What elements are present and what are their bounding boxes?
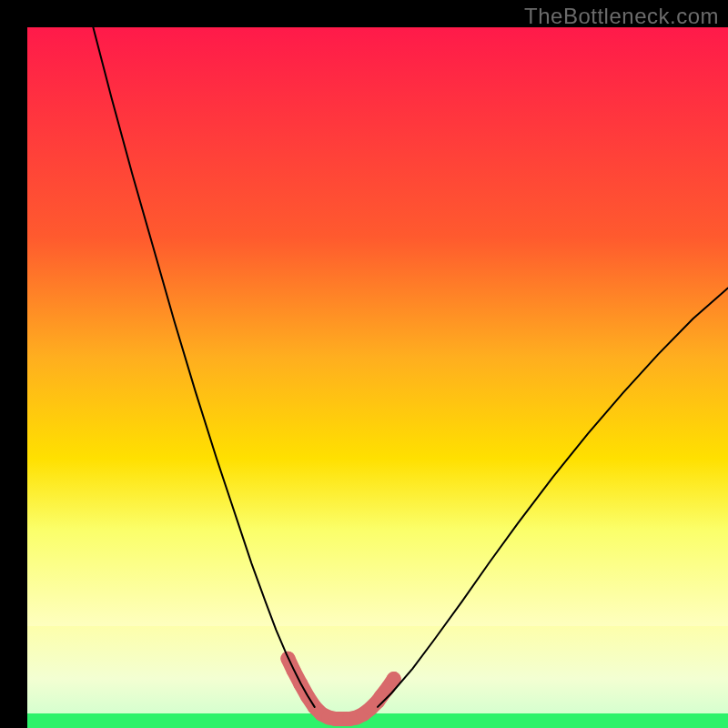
watermark-label: TheBottleneck.com — [524, 4, 719, 29]
bottleneck-chart — [0, 0, 728, 728]
green-band — [27, 713, 728, 728]
chart-frame: TheBottleneck.com — [0, 0, 728, 728]
gradient-bg — [27, 27, 728, 626]
